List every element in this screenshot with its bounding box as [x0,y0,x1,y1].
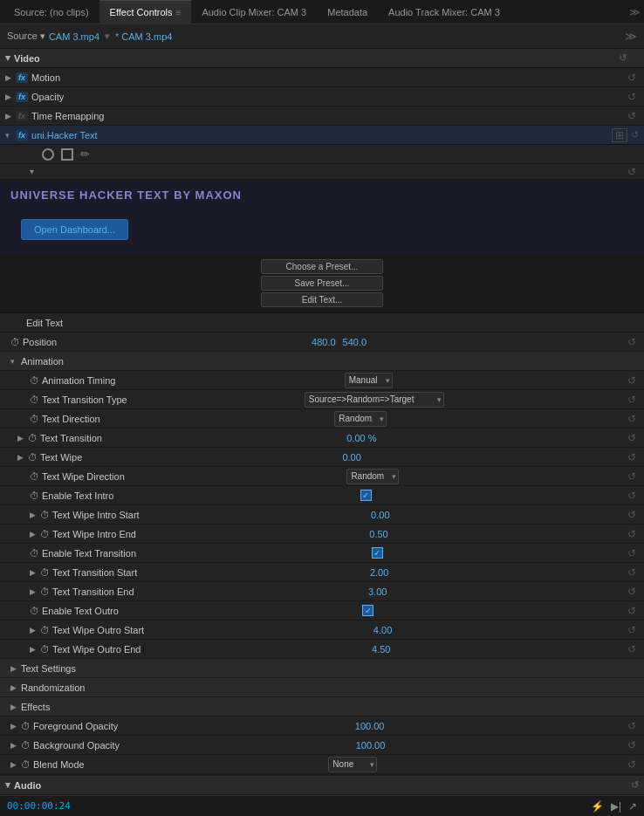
outro-end-stopwatch[interactable]: ⏱ [40,644,50,655]
video-section-reset[interactable]: ↺ [619,52,627,64]
position-x-value[interactable]: 480.0 [312,337,336,347]
animation-timing-select[interactable]: Manual Auto [345,373,393,388]
blend-mode-arrow[interactable]: ▶ [10,760,19,769]
wipe-intro-start-value[interactable]: 0.00 [371,510,389,520]
enable-outro-checkbox[interactable] [362,605,373,616]
direction-reset[interactable]: ↺ [625,413,639,425]
sub-expand-reset[interactable]: ↺ [625,166,639,178]
motion-reset[interactable]: ↺ [625,72,639,84]
fg-opacity-arrow[interactable]: ▶ [10,722,19,730]
outro-start-arrow[interactable]: ▶ [30,626,38,634]
fg-opacity-stopwatch[interactable]: ⏱ [21,721,31,731]
tab-effect-controls[interactable]: Effect Controls ≡ [99,0,192,24]
animation-timing-dropdown[interactable]: Manual Auto [345,373,393,388]
intro-start-reset[interactable]: ↺ [625,509,639,521]
intro-start-stopwatch[interactable]: ⏱ [40,510,50,520]
audio-collapse-arrow[interactable]: ▾ [5,779,10,791]
play-to-icon[interactable]: ▶| [611,800,621,813]
blend-mode-select[interactable]: None Normal Multiply [328,757,377,772]
outro-start-reset[interactable]: ↺ [625,624,639,636]
timing-stopwatch[interactable]: ⏱ [30,375,39,386]
trans-end-reset[interactable]: ↺ [625,586,639,598]
tab-audio-clip-mixer[interactable]: Audio Clip Mixer: CAM 3 [191,0,317,24]
text-direction-select[interactable]: Random Left Right [334,411,387,427]
bg-opacity-reset[interactable]: ↺ [625,739,639,751]
hacker-text-expand-arrow[interactable]: ▾ [5,131,14,140]
intro-end-stopwatch[interactable]: ⏱ [40,529,50,539]
panel-menu-icon[interactable]: ≫ [629,6,641,18]
text-wipe-reset[interactable]: ↺ [625,451,639,463]
intro-end-reset[interactable]: ↺ [625,528,639,540]
choose-preset-button[interactable]: Choose a Preset... [261,259,383,274]
hacker-mask-icon[interactable]: ⊞ [612,128,627,142]
bg-opacity-stopwatch[interactable]: ⏱ [21,740,31,751]
wipe-dir-reset[interactable]: ↺ [625,470,639,483]
text-trans-stopwatch[interactable]: ⏱ [28,433,38,443]
randomization-arrow[interactable]: ▶ [10,683,19,692]
position-y-value[interactable]: 540.0 [343,337,367,347]
open-dashboard-button[interactable]: Open Dashboard... [21,219,128,240]
trans-end-arrow[interactable]: ▶ [30,587,38,596]
text-direction-dropdown[interactable]: Random Left Right [334,411,387,427]
save-preset-button[interactable]: Save Preset... [261,276,383,291]
text-trans-reset[interactable]: ↺ [625,432,639,444]
outro-start-value[interactable]: 4.00 [373,625,392,635]
time-remapping-reset[interactable]: ↺ [625,110,639,122]
intro-end-arrow[interactable]: ▶ [30,530,38,538]
foreground-opacity-value[interactable]: 100.00 [355,721,385,731]
fg-opacity-reset[interactable]: ↺ [625,720,639,732]
transition-start-value[interactable]: 2.00 [370,567,388,578]
outro-stopwatch[interactable]: ⏱ [30,606,39,616]
hacker-text-reset[interactable]: ↺ [631,129,639,141]
sub-expand-arrow[interactable]: ▾ [30,167,34,176]
outro-enable-reset[interactable]: ↺ [625,605,639,617]
trans-end-stopwatch[interactable]: ⏱ [40,586,50,597]
video-collapse-arrow[interactable]: ▾ [5,52,10,64]
opacity-reset[interactable]: ↺ [625,91,639,103]
opacity-expand-arrow[interactable]: ▶ [5,93,14,101]
edit-text-button[interactable]: Edit Text... [261,292,383,307]
position-stopwatch[interactable]: ⏱ [10,337,20,347]
motion-expand-arrow[interactable]: ▶ [5,73,14,82]
transition-type-select[interactable]: Source=>Random=>Target None [305,392,444,408]
wipe-direction-dropdown[interactable]: Random Left [346,469,399,484]
tab-metadata[interactable]: Metadata [317,0,378,24]
rectangle-icon[interactable] [61,148,73,161]
text-wipe-arrow[interactable]: ▶ [17,453,26,462]
intro-stopwatch[interactable]: ⏱ [30,490,39,501]
enable-trans-stopwatch[interactable]: ⏱ [30,548,39,559]
trans-start-reset[interactable]: ↺ [625,566,639,579]
wipe-direction-select[interactable]: Random Left [346,469,399,484]
timing-reset[interactable]: ↺ [625,374,639,387]
trans-enable-reset[interactable]: ↺ [625,547,639,559]
animation-expand-arrow[interactable]: ▾ [10,357,19,366]
tab-audio-track-mixer[interactable]: Audio Track Mixer: CAM 3 [378,0,510,24]
wipe-dir-stopwatch[interactable]: ⏱ [30,471,39,482]
filter-icon[interactable]: ⚡ [591,800,604,813]
intro-start-arrow[interactable]: ▶ [30,511,38,519]
bg-opacity-arrow[interactable]: ▶ [10,741,19,750]
position-reset[interactable]: ↺ [625,336,639,348]
outro-end-arrow[interactable]: ▶ [30,645,38,654]
text-wipe-value[interactable]: 0.00 [342,452,360,463]
enable-transition-checkbox[interactable] [372,547,383,559]
panel-options-icon[interactable]: ≫ [625,30,637,43]
blend-reset[interactable]: ↺ [625,758,639,771]
blend-stopwatch[interactable]: ⏱ [21,759,31,770]
outro-end-reset[interactable]: ↺ [625,643,639,655]
text-settings-arrow[interactable]: ▶ [10,664,19,673]
outro-start-stopwatch[interactable]: ⏱ [40,625,50,635]
effects-sub-arrow[interactable]: ▶ [10,703,19,711]
source-clip-name[interactable]: CAM 3.mp4 [49,31,99,42]
trans-type-stopwatch[interactable]: ⏱ [30,394,39,405]
text-transition-value[interactable]: 0.00 % [346,433,376,443]
transition-end-value[interactable]: 3.00 [368,586,387,597]
tab-source[interactable]: Source: (no clips) [3,0,99,24]
time-remapping-expand-arrow[interactable]: ▶ [5,112,14,120]
pen-icon[interactable]: ✏ [80,147,90,161]
trans-start-stopwatch[interactable]: ⏱ [40,567,50,578]
transition-type-dropdown[interactable]: Source=>Random=>Target None [305,392,444,408]
ellipse-icon[interactable] [42,148,54,161]
intro-enable-reset[interactable]: ↺ [625,490,639,502]
wipe-intro-end-value[interactable]: 0.50 [369,529,387,539]
